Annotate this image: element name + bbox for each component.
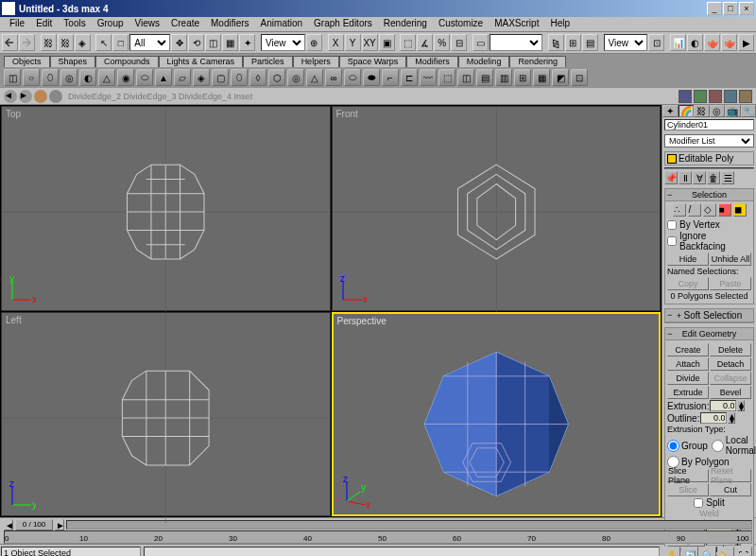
restrict-y-button[interactable]: Y	[345, 34, 361, 51]
obj-chamferbox-button[interactable]: ▢	[212, 69, 229, 86]
select-region-button[interactable]: □	[112, 34, 129, 51]
viewport-perspective[interactable]: Perspective xzy	[332, 312, 662, 517]
named-sel-dropdown[interactable]	[490, 34, 542, 51]
bc-button[interactable]	[739, 90, 752, 103]
snap-toggle-button[interactable]: ⬚	[400, 34, 416, 51]
tab-modifiers[interactable]: Modifiers	[406, 56, 458, 67]
outline-spinner[interactable]	[700, 412, 727, 424]
remove-mod-button[interactable]: 🗑	[707, 171, 720, 184]
tab-particles[interactable]: Particles	[243, 56, 293, 67]
spinner-buttons[interactable]: ▴▾	[728, 412, 735, 424]
bevel-button[interactable]: Bevel	[710, 386, 751, 399]
menu-group[interactable]: Group	[92, 17, 129, 31]
history-icon[interactable]: ►	[19, 90, 32, 103]
obj-aec5-button[interactable]: ⊞	[514, 69, 531, 86]
fov-button[interactable]: 📐	[717, 547, 734, 556]
link-button[interactable]: ⛓	[41, 34, 57, 51]
menu-help[interactable]: Help	[544, 17, 576, 31]
material-editor-button[interactable]: ◐	[687, 34, 703, 51]
unique-button[interactable]: ∀	[693, 171, 706, 184]
viewport-top[interactable]: Top xy	[1, 106, 331, 311]
menu-create[interactable]: Create	[165, 17, 205, 31]
tab-helpers[interactable]: Helpers	[293, 56, 339, 67]
restrict-xy-button[interactable]: XY	[362, 34, 378, 51]
tab-lights-cameras[interactable]: Lights & Cameras	[159, 56, 244, 67]
zoom-button[interactable]: 🔍	[699, 547, 716, 556]
obj-aec2-button[interactable]: ◫	[457, 69, 474, 86]
delete-button[interactable]: Delete	[710, 343, 751, 356]
menu-views[interactable]: Views	[129, 17, 166, 31]
rollout-header[interactable]: Edit Geometry	[665, 328, 753, 340]
pan-view-button[interactable]: ✋	[663, 547, 680, 556]
obj-hedra-button[interactable]: ◈	[193, 69, 210, 86]
cut-button[interactable]: Cut	[710, 483, 751, 496]
by-vertex-checkbox[interactable]: By Vertex	[667, 219, 751, 230]
pivot-button[interactable]: ⊕	[306, 34, 322, 51]
named-sel-button[interactable]: ▭	[472, 34, 489, 51]
group-radio[interactable]: Group	[667, 435, 708, 456]
slice-button[interactable]: Slice	[667, 483, 709, 496]
obj-torus-button[interactable]: ◎	[60, 69, 77, 86]
viewport-front[interactable]: Front xz	[332, 106, 662, 311]
spinner-snap-button[interactable]: ⊟	[451, 34, 467, 51]
tab-shapes[interactable]: Shapes	[50, 56, 96, 67]
selection-filter-dropdown[interactable]: All	[129, 34, 170, 51]
tab-modeling[interactable]: Modeling	[458, 56, 510, 67]
mirror-button[interactable]: ⧎	[548, 34, 564, 51]
selection-lock-button[interactable]: ▦	[222, 34, 238, 51]
obj-torusknot-button[interactable]: ∞	[325, 69, 342, 86]
obj-spindle-button[interactable]: ◊	[249, 69, 266, 86]
obj-aec1-button[interactable]: ⬚	[438, 69, 455, 86]
obj-ringwave-button[interactable]: ◎	[287, 69, 304, 86]
bc-button[interactable]	[724, 90, 737, 103]
select-button[interactable]: ↖	[95, 34, 112, 51]
time-ruler[interactable]: 0 10 20 30 40 50 60 70 80 90 100	[4, 530, 752, 544]
attach-button[interactable]: Attach	[667, 357, 709, 371]
obj-aec8-button[interactable]: ⊡	[571, 69, 588, 86]
subobj-border-button[interactable]: ◇	[703, 203, 716, 217]
select-rotate-button[interactable]: ⟲	[188, 34, 204, 51]
subobj-element-button[interactable]: ◼	[733, 203, 747, 217]
restrict-plane-button[interactable]: ▣	[379, 34, 395, 51]
create-button[interactable]: Create	[667, 343, 709, 356]
obj-box-button[interactable]: ◫	[4, 69, 21, 86]
collapse-button[interactable]: Collapse	[710, 372, 751, 385]
minimize-button[interactable]: _	[707, 2, 722, 15]
obj-tube-button[interactable]: ⬭	[136, 69, 153, 86]
slice-plane-button[interactable]: Slice Plane	[667, 469, 709, 482]
unhide-button[interactable]: Unhide All	[710, 252, 751, 266]
bc-button[interactable]	[709, 90, 722, 103]
menu-maxscript[interactable]: MAXScript	[489, 17, 544, 31]
subobj-vertex-button[interactable]: ∴	[673, 203, 686, 217]
select-move-button[interactable]: ✥	[171, 34, 187, 51]
obj-aec7-button[interactable]: ◩	[552, 69, 569, 86]
panel-tab-display[interactable]: 📺	[725, 105, 741, 117]
percent-snap-button[interactable]: %	[434, 34, 450, 51]
schematic-view-button[interactable]: ⊡	[648, 34, 664, 51]
script-listener[interactable]	[144, 547, 660, 556]
tab-objects[interactable]: Objects	[4, 56, 50, 67]
rollout-header[interactable]: + Soft Selection	[665, 309, 753, 322]
pin-stack-button[interactable]: 📌	[664, 171, 678, 184]
tab-spacewarps[interactable]: Space Warps	[339, 56, 407, 67]
panel-tab-motion[interactable]: ◎	[710, 105, 726, 117]
manipulate-button[interactable]: ✦	[239, 34, 255, 51]
obj-gengon-button[interactable]: ⬡	[268, 69, 285, 86]
array-button[interactable]: ⊞	[565, 34, 581, 51]
extrude-button[interactable]: Extrude	[667, 386, 709, 399]
local-radio[interactable]: Local Normal	[712, 435, 756, 456]
obj-geosphere-button[interactable]: ◉	[117, 69, 134, 86]
detach-button[interactable]: Detach	[710, 357, 751, 371]
tab-compounds[interactable]: Compounds	[95, 56, 159, 67]
spinner-buttons[interactable]: ▴▾	[737, 400, 745, 411]
obj-pyramid-button[interactable]: ▲	[155, 69, 172, 86]
redo-button[interactable]	[19, 34, 35, 51]
obj-lext-button[interactable]: ⌐	[382, 69, 399, 86]
subobj-polygon-button[interactable]: ■	[718, 203, 731, 217]
modifier-stack-area[interactable]	[664, 167, 754, 169]
bc-button[interactable]	[694, 90, 707, 103]
obj-aec6-button[interactable]: ▦	[533, 69, 550, 86]
restrict-x-button[interactable]: X	[328, 34, 344, 51]
obj-plane-button[interactable]: ▱	[174, 69, 191, 86]
menu-file[interactable]: File	[4, 17, 30, 31]
